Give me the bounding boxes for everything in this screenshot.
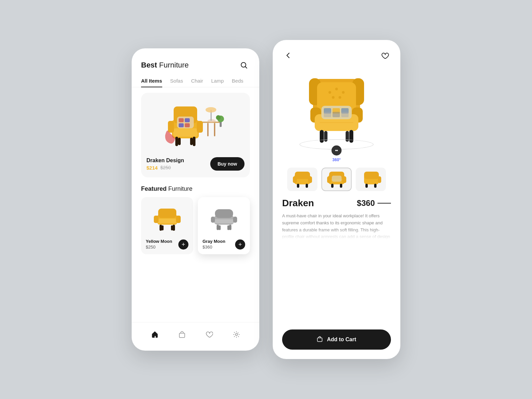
svg-rect-19 <box>190 138 193 145</box>
svg-rect-29 <box>176 216 181 223</box>
hero-chair-illustration <box>159 98 232 152</box>
svg-point-49 <box>328 91 331 94</box>
tab-lamp[interactable]: Lamp <box>211 75 224 87</box>
featured-title-light: Furniture <box>167 185 192 192</box>
app-title: Best Furniture <box>141 61 189 70</box>
svg-rect-35 <box>215 209 233 218</box>
heart-detail-icon <box>381 51 389 59</box>
svg-line-1 <box>246 67 247 69</box>
home-icon <box>151 331 159 338</box>
featured-card-yellow-moon[interactable]: Yellow Moon $250 + <box>141 197 193 254</box>
hero-card-info: Draken Design $214 $250 Buy now <box>146 156 245 172</box>
svg-rect-15 <box>197 121 203 133</box>
left-phone-content: Draken Design $214 $250 Buy now Featured… <box>132 93 259 322</box>
tab-beds[interactable]: Beds <box>232 75 243 87</box>
nav-home[interactable] <box>148 328 162 341</box>
gray-moon-image <box>203 202 245 235</box>
yellow-moon-chair-icon <box>152 205 182 233</box>
wishlist-button[interactable] <box>379 49 391 61</box>
rotate-icon <box>334 148 339 153</box>
add-gray-moon-button[interactable]: + <box>235 239 245 250</box>
hero-product-details: Draken Design $214 $250 <box>146 158 184 171</box>
search-button[interactable] <box>238 59 250 71</box>
add-to-cart-button[interactable]: Add to Cart <box>282 329 391 350</box>
detail-header <box>273 40 400 65</box>
nav-wishlist[interactable] <box>203 328 216 341</box>
hero-card-image <box>146 98 245 152</box>
yellow-moon-image <box>146 202 188 235</box>
hero-card: Draken Design $214 $250 Buy now <box>141 93 250 177</box>
svg-rect-13 <box>173 128 197 137</box>
svg-point-52 <box>332 96 335 99</box>
svg-rect-76 <box>306 184 308 188</box>
svg-rect-28 <box>154 216 159 223</box>
svg-rect-62 <box>324 112 331 117</box>
nav-bag[interactable] <box>175 328 189 341</box>
add-to-cart-label: Add to Cart <box>327 337 356 343</box>
svg-rect-63 <box>332 112 340 117</box>
svg-rect-89 <box>317 338 322 342</box>
svg-point-70 <box>337 150 338 151</box>
hero-product-prices: $214 $250 <box>146 165 184 171</box>
search-icon <box>240 61 248 69</box>
svg-rect-87 <box>365 184 368 188</box>
svg-rect-26 <box>158 209 176 218</box>
hero-price-new: $214 <box>146 165 158 171</box>
featured-card-gray-moon[interactable]: Gray Moon $360 + <box>198 197 250 254</box>
svg-point-10 <box>216 115 221 120</box>
svg-point-50 <box>335 88 338 90</box>
tab-all-items[interactable]: All Items <box>141 75 162 87</box>
product-description: A must-have chair in your ideal workplac… <box>282 213 391 239</box>
svg-rect-38 <box>233 217 237 223</box>
svg-rect-22 <box>185 118 190 122</box>
svg-rect-88 <box>374 184 376 188</box>
svg-rect-14 <box>168 121 174 133</box>
featured-grid: Yellow Moon $250 + <box>141 197 250 254</box>
buy-now-button[interactable]: Buy now <box>210 157 245 171</box>
svg-rect-3 <box>207 123 209 136</box>
svg-rect-4 <box>214 123 215 136</box>
thumb-chair-3 <box>360 170 382 189</box>
featured-section-title: Featured Furniture <box>141 185 250 192</box>
back-arrow-icon <box>284 52 292 59</box>
svg-rect-16 <box>175 137 178 146</box>
featured-title-bold: Featured <box>141 185 167 192</box>
svg-rect-30 <box>160 225 162 231</box>
product-name: Draken <box>282 198 314 209</box>
hero-price-old: $250 <box>160 165 171 170</box>
rotation-label: 360° <box>332 158 341 162</box>
svg-rect-37 <box>211 217 215 223</box>
product-detail-info: Draken $360 A must-have chair in your id… <box>273 191 400 324</box>
svg-point-44 <box>235 334 237 336</box>
hero-product-name: Draken Design <box>146 158 184 164</box>
product-image-area: 360° <box>273 65 400 162</box>
thumb-chair-1 <box>292 170 313 189</box>
right-phone: 360° <box>273 40 400 359</box>
thumbnail-1[interactable] <box>287 168 317 191</box>
svg-rect-27 <box>157 219 177 223</box>
svg-rect-75 <box>297 184 299 188</box>
svg-rect-21 <box>179 118 184 122</box>
svg-rect-23 <box>179 123 184 127</box>
svg-rect-41 <box>219 225 221 230</box>
back-button[interactable] <box>282 49 294 61</box>
main-product-image <box>290 69 384 156</box>
thumbnail-row <box>273 162 400 191</box>
left-phone-header: Best Furniture <box>132 48 259 75</box>
add-yellow-moon-button[interactable]: + <box>178 239 188 250</box>
svg-point-53 <box>339 96 341 99</box>
gray-moon-chair-icon <box>209 205 239 233</box>
thumbnail-2[interactable] <box>321 168 352 191</box>
svg-rect-36 <box>214 219 234 223</box>
nav-settings[interactable] <box>230 328 243 341</box>
tab-sofas[interactable]: Sofas <box>170 75 183 87</box>
thumbnail-3[interactable] <box>356 168 386 191</box>
price-divider <box>378 203 391 204</box>
svg-rect-18 <box>178 138 181 145</box>
svg-rect-31 <box>173 225 175 231</box>
rotation-handle[interactable] <box>331 145 342 156</box>
svg-rect-64 <box>341 112 349 117</box>
svg-rect-86 <box>364 172 379 179</box>
tab-chair[interactable]: Chair <box>191 75 203 87</box>
svg-point-7 <box>206 107 216 113</box>
